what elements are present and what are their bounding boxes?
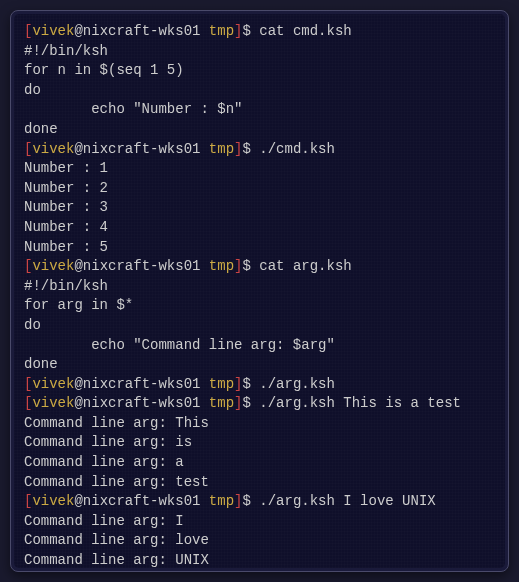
output-line: echo "Command line arg: $arg": [24, 336, 495, 356]
command-text: ./arg.ksh I love UNIX: [259, 493, 435, 509]
prompt-user: vivek: [32, 376, 74, 392]
prompt-at: @: [74, 258, 82, 274]
prompt-dollar: $: [242, 23, 250, 39]
prompt-dollar: $: [242, 395, 250, 411]
prompt-dir: tmp: [209, 141, 234, 157]
prompt-host: nixcraft-wks01: [83, 493, 201, 509]
output-line: do: [24, 81, 495, 101]
output-line: echo "Number : $n": [24, 100, 495, 120]
terminal-line: [vivek@nixcraft-wks01 tmp]$ ./arg.ksh I …: [24, 492, 495, 512]
prompt-host: nixcraft-wks01: [83, 141, 201, 157]
prompt-at: @: [74, 376, 82, 392]
terminal-line: [vivek@nixcraft-wks01 tmp]$ ./arg.ksh: [24, 375, 495, 395]
output-line: for arg in $*: [24, 296, 495, 316]
output-line: Command line arg: I: [24, 512, 495, 532]
terminal-content[interactable]: [vivek@nixcraft-wks01 tmp]$ cat cmd.ksh#…: [14, 14, 505, 568]
prompt-user: vivek: [32, 395, 74, 411]
terminal-line: [vivek@nixcraft-wks01 tmp]$ cat cmd.ksh: [24, 22, 495, 42]
command-text: ./cmd.ksh: [259, 141, 335, 157]
prompt-host: nixcraft-wks01: [83, 376, 201, 392]
output-line: Command line arg: UNIX: [24, 551, 495, 568]
command-text: cat arg.ksh: [259, 258, 351, 274]
output-line: done: [24, 120, 495, 140]
terminal-frame: [vivek@nixcraft-wks01 tmp]$ cat cmd.ksh#…: [10, 10, 509, 572]
output-line: #!/bin/ksh: [24, 42, 495, 62]
output-line: do: [24, 316, 495, 336]
output-line: Command line arg: test: [24, 473, 495, 493]
prompt-dir: tmp: [209, 395, 234, 411]
output-line: Command line arg: This: [24, 414, 495, 434]
output-line: Number : 2: [24, 179, 495, 199]
output-line: Command line arg: is: [24, 433, 495, 453]
prompt-at: @: [74, 141, 82, 157]
prompt-host: nixcraft-wks01: [83, 395, 201, 411]
prompt-at: @: [74, 395, 82, 411]
prompt-at: @: [74, 493, 82, 509]
prompt-user: vivek: [32, 493, 74, 509]
output-line: Number : 5: [24, 238, 495, 258]
prompt-dollar: $: [242, 376, 250, 392]
command-text: ./arg.ksh: [259, 376, 335, 392]
prompt-dir: tmp: [209, 23, 234, 39]
prompt-dollar: $: [242, 493, 250, 509]
prompt-dir: tmp: [209, 376, 234, 392]
prompt-host: nixcraft-wks01: [83, 258, 201, 274]
prompt-user: vivek: [32, 141, 74, 157]
prompt-user: vivek: [32, 23, 74, 39]
output-line: Number : 4: [24, 218, 495, 238]
output-line: Number : 1: [24, 159, 495, 179]
output-line: Command line arg: love: [24, 531, 495, 551]
prompt-dollar: $: [242, 258, 250, 274]
prompt-host: nixcraft-wks01: [83, 23, 201, 39]
command-text: ./arg.ksh This is a test: [259, 395, 461, 411]
output-line: Number : 3: [24, 198, 495, 218]
terminal-line: [vivek@nixcraft-wks01 tmp]$ cat arg.ksh: [24, 257, 495, 277]
prompt-user: vivek: [32, 258, 74, 274]
output-line: done: [24, 355, 495, 375]
prompt-dir: tmp: [209, 493, 234, 509]
output-line: for n in $(seq 1 5): [24, 61, 495, 81]
terminal-line: [vivek@nixcraft-wks01 tmp]$ ./arg.ksh Th…: [24, 394, 495, 414]
prompt-dir: tmp: [209, 258, 234, 274]
output-line: Command line arg: a: [24, 453, 495, 473]
prompt-at: @: [74, 23, 82, 39]
prompt-dollar: $: [242, 141, 250, 157]
command-text: cat cmd.ksh: [259, 23, 351, 39]
terminal-line: [vivek@nixcraft-wks01 tmp]$ ./cmd.ksh: [24, 140, 495, 160]
output-line: #!/bin/ksh: [24, 277, 495, 297]
